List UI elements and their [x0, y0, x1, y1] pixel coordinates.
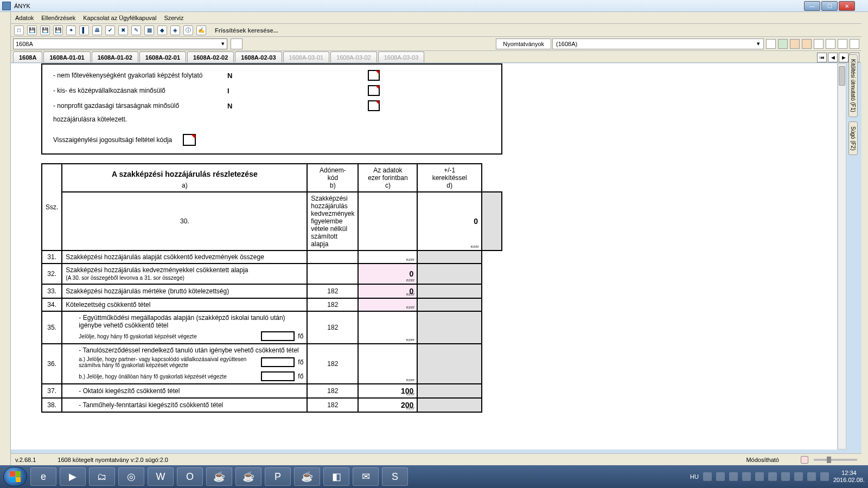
- tool-info-icon[interactable]: ⓘ: [183, 25, 193, 35]
- mini-tool-3-icon[interactable]: [790, 39, 800, 49]
- mini-tool-8-icon[interactable]: [850, 39, 859, 49]
- mini-tool-4-icon[interactable]: [802, 39, 812, 49]
- tab-1608a-02-03[interactable]: 1608A-02-03: [235, 52, 282, 62]
- tab-1608a-01-01[interactable]: 1608A-01-01: [43, 52, 90, 62]
- tab-1608a-02-01[interactable]: 1608A-02-01: [139, 52, 186, 62]
- form-select-aux-button[interactable]: [231, 38, 242, 49]
- menu-szerviz[interactable]: Szerviz: [164, 15, 183, 21]
- close-button[interactable]: ✕: [839, 1, 855, 11]
- task-app2-icon[interactable]: ◧: [323, 467, 349, 486]
- tab-nav-next-icon[interactable]: ▶: [839, 53, 848, 62]
- task-ie-icon[interactable]: e: [30, 467, 56, 486]
- row30-value[interactable]: 0ezer: [417, 192, 482, 251]
- tool-saveall-icon[interactable]: 💾: [53, 25, 63, 35]
- tool-saveas-icon[interactable]: 💾: [40, 25, 50, 35]
- tray-icon-10[interactable]: [820, 472, 829, 481]
- minimize-button[interactable]: —: [804, 1, 820, 11]
- maximize-button[interactable]: ☐: [821, 1, 838, 11]
- mini-tool-6-icon[interactable]: [826, 39, 835, 49]
- tool-doc-icon[interactable]: ▌: [79, 25, 89, 35]
- row36a-fo-input[interactable]: [261, 357, 295, 367]
- menu-ugyfelkapu[interactable]: Kapcsolat az Ügyfélkapuval: [83, 15, 156, 21]
- row35-fo-input[interactable]: [261, 331, 295, 341]
- tool-check-icon[interactable]: ✔: [105, 25, 115, 35]
- menubar: Adatok Ellenőrzések Kapcsolat az Ügyfélk…: [11, 12, 861, 24]
- tool-new-icon[interactable]: □: [14, 25, 24, 35]
- tray-icon-8[interactable]: [794, 472, 803, 481]
- tool-edit-icon[interactable]: ✎: [131, 25, 141, 35]
- task-word-icon[interactable]: W: [148, 467, 174, 486]
- vissz-label: Visszaigénylési jogosultsági feltétel kó…: [53, 136, 172, 144]
- row33-value[interactable]: 0ezer: [358, 284, 417, 298]
- row37-value[interactable]: 100ezer: [358, 384, 417, 398]
- side-tab-help-f1[interactable]: Kitöltési útmutató (F1): [848, 54, 858, 117]
- mini-tool-1-icon[interactable]: [766, 39, 776, 49]
- tab-1608a-02-02[interactable]: 1608A-02-02: [187, 52, 234, 62]
- tool-wizard-icon[interactable]: ✦: [66, 25, 76, 35]
- task-java3-icon[interactable]: ☕: [294, 467, 320, 486]
- tool-sign-icon[interactable]: ✍: [196, 25, 206, 35]
- task-explorer-icon[interactable]: 🗂: [89, 467, 115, 486]
- side-tab-help-f2[interactable]: Súgó (F2): [848, 121, 858, 155]
- tool-print-icon[interactable]: 🖶: [92, 25, 102, 35]
- row31-value[interactable]: ezer: [358, 251, 417, 264]
- vissz-field[interactable]: [183, 134, 196, 146]
- task-app3-icon[interactable]: S: [382, 467, 408, 486]
- task-app1-icon[interactable]: ◎: [118, 467, 144, 486]
- opt-footer: hozzájárulásra kötelezett.: [53, 115, 490, 123]
- hdr-ker: +/-1kerekítéssel d): [417, 164, 482, 192]
- start-button[interactable]: [3, 467, 27, 486]
- print-label[interactable]: Nyomtatványok: [496, 38, 551, 49]
- row32-value[interactable]: 0ezer: [358, 264, 417, 284]
- table-row: 33. Szakképzési hozzájárulás mértéke (br…: [42, 284, 502, 298]
- tab-1608a[interactable]: 1608A: [13, 52, 42, 62]
- zoom-slider[interactable]: [814, 459, 857, 461]
- tab-nav-first-icon[interactable]: ⏮: [817, 53, 827, 62]
- opt-row2-field[interactable]: I: [368, 85, 380, 96]
- mini-tool-5-icon[interactable]: [814, 39, 824, 49]
- task-media-icon[interactable]: ▶: [60, 467, 86, 486]
- form-canvas: - nem főtevékenységként gyakorlati képzé…: [11, 63, 838, 450]
- task-java1-icon[interactable]: ☕: [206, 467, 232, 486]
- tab-1608a-01-02[interactable]: 1608A-01-02: [92, 52, 138, 62]
- vertical-scrollbar[interactable]: [838, 63, 846, 450]
- status-version: v.2.68.1: [15, 457, 36, 463]
- task-java2-icon[interactable]: ☕: [235, 467, 261, 486]
- toolbar: □ 💾 💾 💾 ✦ ▌ 🖶 ✔ ✖ ✎ ▦ ◆ ◈ ⓘ ✍ Frissítése…: [11, 24, 861, 37]
- mini-tool-7-icon[interactable]: [838, 39, 847, 49]
- status-icon-1[interactable]: [801, 456, 808, 464]
- tray-lang[interactable]: HU: [690, 473, 699, 480]
- tool-save-icon[interactable]: 💾: [27, 25, 37, 35]
- row36-value[interactable]: ezer: [358, 344, 417, 384]
- toolbar-message[interactable]: Frissítések keresése...: [215, 27, 278, 34]
- row34-value[interactable]: ezer: [358, 298, 417, 311]
- tool-module-icon[interactable]: ▦: [144, 25, 154, 35]
- menu-ellenorzesek[interactable]: Ellenőrzések: [41, 15, 75, 21]
- tool-misc1-icon[interactable]: ◆: [157, 25, 167, 35]
- tray-icon-6[interactable]: [768, 472, 777, 481]
- tool-misc2-icon[interactable]: ◈: [170, 25, 180, 35]
- tray-icon-1[interactable]: [703, 472, 712, 481]
- tray-icon-9[interactable]: [807, 472, 816, 481]
- tab-nav-prev-icon[interactable]: ◀: [828, 53, 838, 62]
- scrollbar-thumb[interactable]: [839, 66, 845, 86]
- tray-icon-5[interactable]: [755, 472, 764, 481]
- row36b-fo-input[interactable]: [261, 371, 295, 381]
- tray-icon-7[interactable]: [781, 472, 790, 481]
- tray-icon-2[interactable]: [716, 472, 725, 481]
- table-row: 30. Szakképzési hozzájárulás kedvezménye…: [42, 192, 502, 251]
- menu-adatok[interactable]: Adatok: [15, 15, 34, 21]
- tray-icon-3[interactable]: [729, 472, 738, 481]
- mini-tool-2-icon[interactable]: [778, 39, 788, 49]
- row35-value[interactable]: ezer: [358, 311, 417, 344]
- form-select[interactable]: 1608A: [13, 38, 227, 49]
- tray-clock[interactable]: 12:34 2016.02.08.: [833, 470, 865, 484]
- task-ppt-icon[interactable]: P: [265, 467, 291, 486]
- tray-icon-4[interactable]: [742, 472, 751, 481]
- opt-row1-field[interactable]: N: [368, 70, 380, 81]
- opt-row3-field[interactable]: N: [368, 100, 380, 111]
- task-mail-icon[interactable]: ✉: [353, 467, 379, 486]
- task-outlook-icon[interactable]: O: [177, 467, 203, 486]
- tool-cancel-icon[interactable]: ✖: [118, 25, 128, 35]
- row38-value[interactable]: 200ezer: [358, 398, 417, 412]
